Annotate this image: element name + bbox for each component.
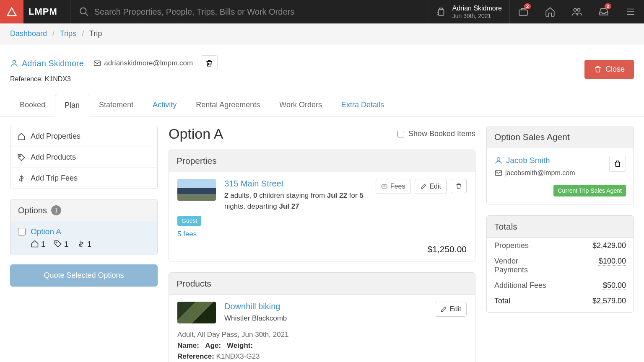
tag-icon	[17, 153, 26, 162]
user-icon	[10, 59, 18, 67]
reference-value: K1NDX3	[45, 75, 71, 83]
properties-heading: Properties	[169, 150, 475, 172]
options-panel: Options 1 Option A 1 1 1	[10, 199, 158, 255]
tab-work-orders[interactable]: Work Orders	[270, 93, 332, 116]
property-thumb	[177, 179, 216, 201]
inbox-badge: 2	[605, 3, 611, 9]
option-a-link[interactable]: Option A	[31, 227, 61, 236]
add-properties-button[interactable]: Add Properties	[10, 126, 157, 147]
show-booked-checkbox[interactable]	[397, 131, 404, 137]
tag-icon	[54, 240, 62, 248]
mail-icon	[93, 59, 101, 67]
options-count: 1	[51, 205, 61, 215]
option-row[interactable]: Option A 1 1 1	[10, 221, 157, 255]
agent-email: jacobsmith@lmpm.com	[494, 169, 575, 177]
totals-fees: $50.00	[603, 281, 626, 290]
search-icon	[79, 6, 89, 17]
property-title-link[interactable]: 315 Main Street	[224, 179, 283, 188]
dollar-icon	[77, 240, 85, 248]
people-icon[interactable]	[564, 0, 590, 23]
briefcase-badge: 2	[524, 3, 531, 9]
crumb-trips[interactable]: Trips	[60, 29, 76, 38]
home-icon	[17, 132, 26, 141]
products-card: Products Downhill biking Whistler Blackc…	[169, 272, 475, 362]
topbar: LMPM Adrian Skidmore Jun 30th, 2021 2 2	[0, 0, 644, 23]
briefcase-icon[interactable]: 2	[510, 0, 537, 23]
user-date: Jun 30th, 2021	[452, 13, 502, 19]
trash-icon	[205, 59, 213, 67]
svg-rect-1	[438, 10, 444, 16]
svg-point-8	[56, 242, 57, 243]
search-input[interactable]	[94, 7, 419, 17]
totals-card: Totals Properties$2,429.00 Vendor Paymen…	[486, 215, 634, 313]
svg-point-5	[13, 60, 16, 63]
tab-activity[interactable]: Activity	[143, 93, 186, 116]
money-icon	[381, 183, 388, 190]
property-desc: 2 adults, 0 children staying from Jul 22…	[224, 190, 367, 212]
logo-mark[interactable]	[0, 0, 23, 23]
action-list: Add Properties Add Products Add Trip Fee…	[10, 126, 158, 189]
product-title-link[interactable]: Downhill biking	[224, 302, 280, 311]
fees-link[interactable]: 5 fees	[177, 230, 467, 238]
tab-rental[interactable]: Rental Agreements	[186, 93, 270, 116]
svg-point-10	[384, 186, 385, 187]
dollar-icon	[17, 174, 26, 183]
crumb-dashboard[interactable]: Dashboard	[10, 29, 47, 38]
add-fees-button[interactable]: Add Trip Fees	[10, 168, 157, 189]
tab-statement[interactable]: Statement	[89, 93, 143, 116]
breadcrumb: Dashboard / Trips / Trip	[0, 23, 644, 44]
svg-point-4	[577, 8, 580, 11]
option-checkbox[interactable]	[18, 228, 26, 235]
svg-point-11	[497, 158, 500, 160]
menu-icon[interactable]	[617, 0, 644, 23]
edit-icon	[440, 306, 447, 313]
product-meta: Adult, All Day Pass, Jun 30th, 2021 Name…	[177, 331, 467, 361]
option-title: Option A	[169, 126, 223, 142]
user-block[interactable]: Adrian Skidmore Jun 30th, 2021	[428, 4, 509, 19]
products-heading: Products	[169, 273, 475, 295]
delete-property-button[interactable]	[451, 179, 467, 193]
guest-name-link[interactable]: Adrian Skidmore	[10, 59, 84, 68]
edit-icon	[420, 183, 427, 190]
product-subtitle: Whistler Blackcomb	[224, 313, 426, 324]
product-thumb	[177, 302, 216, 323]
inbox-icon[interactable]: 2	[590, 0, 617, 23]
property-price: $1,250.00	[177, 244, 467, 254]
search-wrap[interactable]	[70, 6, 428, 17]
agent-name-link[interactable]: Jacob Smith	[494, 156, 550, 165]
options-label: Options	[18, 206, 47, 215]
svg-point-0	[80, 8, 86, 14]
page-header: Adrian Skidmore adrianskidmore@lmpm.com …	[0, 44, 644, 89]
add-products-button[interactable]: Add Products	[10, 147, 157, 168]
quote-button[interactable]: Quote Selected Options	[10, 264, 158, 287]
current-agent-badge: Current Trip Sales Agent	[553, 185, 626, 197]
properties-card: Properties 315 Main Street 2 adults, 0 c…	[169, 150, 475, 261]
home-icon	[31, 240, 39, 248]
mail-icon	[494, 169, 503, 177]
agent-heading: Option Sales Agent	[487, 126, 634, 148]
tab-plan[interactable]: Plan	[55, 94, 89, 116]
tab-extra-details[interactable]: Extra Details	[332, 93, 394, 116]
show-booked-toggle[interactable]: Show Booked Items	[397, 129, 475, 138]
reference-label: Reference:	[10, 75, 43, 83]
svg-rect-9	[382, 185, 387, 188]
delete-guest-button[interactable]	[201, 55, 218, 71]
totals-total: $2,579.00	[592, 297, 626, 305]
edit-property-button[interactable]: Edit	[415, 179, 447, 194]
logo-text[interactable]: LMPM	[29, 6, 57, 17]
sales-agent-card: Option Sales Agent Jacob Smith jacobsmit…	[486, 126, 634, 204]
tab-booked[interactable]: Booked	[10, 93, 55, 116]
fees-button[interactable]: Fees	[376, 179, 411, 194]
trash-icon	[455, 183, 462, 189]
svg-point-3	[574, 8, 576, 11]
edit-product-button[interactable]: Edit	[435, 302, 467, 317]
tabs: Booked Plan Statement Activity Rental Ag…	[0, 93, 644, 116]
home-icon[interactable]	[537, 0, 564, 23]
svg-rect-2	[519, 10, 527, 16]
crumb-current: Trip	[89, 29, 102, 38]
close-button[interactable]: Close	[584, 60, 634, 79]
trash-icon	[613, 160, 622, 168]
totals-heading: Totals	[487, 216, 634, 238]
delete-agent-button[interactable]	[609, 156, 626, 172]
trash-icon	[594, 65, 602, 73]
